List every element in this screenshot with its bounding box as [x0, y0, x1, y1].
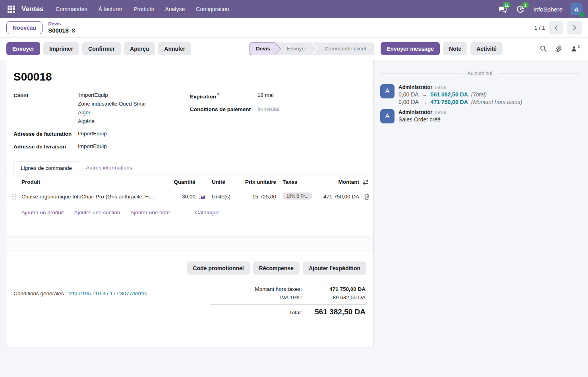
chevron-right-icon — [572, 25, 577, 31]
col-header-amount[interactable]: Montant — [315, 179, 360, 185]
tab-other-info[interactable]: Autres informations — [79, 161, 139, 175]
client-address-line: Alger — [78, 110, 146, 115]
company-name[interactable]: InfoSphere — [534, 6, 563, 13]
nav-item-produits[interactable]: Produits — [129, 4, 159, 15]
line-unit-price[interactable]: 15 725,00 — [242, 194, 278, 200]
line-tax-badge[interactable]: 19% B Pr... — [282, 192, 312, 200]
preview-button[interactable]: Aperçu — [124, 42, 155, 55]
nav-item-a-facturer[interactable]: À facturer — [93, 4, 127, 15]
date-divider: Aujourd'hui — [380, 71, 579, 76]
terms-label: Conditions générales : — [14, 290, 67, 296]
message-time: 09:06 — [435, 85, 446, 90]
empty-table-row — [6, 221, 373, 237]
tracking-old-value: 0,00 DA — [398, 91, 419, 98]
expiration-help-icon[interactable]: ? — [217, 92, 219, 97]
payment-terms-value[interactable]: Immédiat — [257, 106, 280, 112]
tracking-value-line: 0,00 DA → 471 750,00 DA (Montant hors ta… — [398, 99, 522, 105]
message-avatar: A — [380, 84, 395, 98]
row-drag-handle[interactable] — [6, 194, 21, 200]
new-button[interactable]: Nouveau — [6, 21, 43, 34]
send-message-button[interactable]: Envoyer message — [381, 42, 440, 55]
forecast-chart-icon[interactable] — [196, 194, 208, 199]
message-author: Administrator — [398, 109, 432, 115]
send-button[interactable]: Envoyer — [6, 42, 40, 55]
client-label: Client — [14, 92, 78, 124]
client-address-line: Algérie — [78, 118, 146, 124]
add-note-link[interactable]: Ajouter une note — [130, 210, 170, 215]
add-shipping-button[interactable]: Ajouter l'expédition — [303, 262, 366, 275]
nav-item-analyse[interactable]: Analyse — [160, 4, 190, 15]
total-label: Total: — [289, 310, 302, 315]
delete-line-icon[interactable] — [360, 194, 373, 200]
chatter-panel: Aujourd'hui A Administrator 09:06 0,00 D… — [374, 60, 588, 127]
col-header-taxes[interactable]: Taxes — [278, 179, 315, 185]
untaxed-amount-label: Montant hors taxes: — [255, 286, 302, 292]
apps-grid-icon — [8, 6, 15, 13]
nav-item-commandes[interactable]: Commandes — [51, 4, 92, 15]
untaxed-amount-value: 471 750,00 DA — [302, 286, 366, 292]
delivery-address-value[interactable]: ImportEquip — [78, 143, 107, 150]
order-line-row: Chaise ergonomique InfoChair Pro (Gris a… — [6, 189, 373, 204]
col-header-product[interactable]: Produit — [21, 179, 164, 185]
record-actions-gear-icon[interactable]: ⚙ — [71, 27, 76, 34]
add-product-link[interactable]: Ajouter un produit — [21, 210, 64, 215]
col-header-uom[interactable]: Unité — [208, 179, 242, 185]
promo-code-button[interactable]: Code promotionnel — [187, 262, 250, 275]
line-amount: 471 750,00 DA — [315, 194, 360, 200]
statusbar: Devis Envoyé Commande client — [250, 42, 374, 55]
followers-icon[interactable]: 1 — [571, 46, 580, 52]
order-line-actions: Ajouter un produit Ajouter une section A… — [6, 204, 373, 221]
pager-next-button[interactable] — [567, 21, 582, 35]
message-avatar: A — [380, 109, 395, 123]
control-panel-breadcrumb-row: Nouveau Devis S00018 ⚙ 1 / 1 — [0, 18, 588, 38]
search-messages-icon[interactable] — [540, 45, 547, 52]
expiration-label: Expiration — [190, 94, 216, 100]
invoice-address-value[interactable]: ImportEquip — [78, 131, 107, 137]
activities-count-badge: 1 — [522, 2, 529, 8]
col-header-quantity[interactable]: Quantité — [164, 179, 196, 185]
client-value[interactable]: ImportEquip — [78, 92, 146, 98]
payment-terms-label: Conditions de paiement — [190, 106, 257, 112]
breadcrumb-parent-devis[interactable]: Devis — [48, 21, 76, 27]
empty-table-footer-row — [6, 237, 373, 252]
log-note-button[interactable]: Note — [443, 42, 467, 55]
apps-menu-button[interactable] — [4, 2, 18, 16]
add-section-link[interactable]: Ajouter une section — [74, 210, 120, 215]
print-button[interactable]: Imprimer — [43, 42, 79, 55]
line-uom[interactable]: Unité(s) — [208, 194, 242, 200]
line-product-name[interactable]: Chaise ergonomique InfoChair Pro (Gris a… — [21, 194, 164, 200]
col-header-unit-price[interactable]: Prix unitaire — [242, 179, 278, 185]
app-name[interactable]: Ventes — [21, 5, 44, 13]
catalogue-link[interactable]: Catalogue — [195, 210, 220, 215]
chevron-left-icon — [554, 25, 559, 31]
totals-block: Montant hors taxes: 471 750,00 DA TVA 19… — [211, 281, 366, 317]
cancel-button[interactable]: Annuler — [158, 42, 191, 55]
quotation-title: S00018 — [14, 71, 366, 83]
tax-label: TVA 19%: — [279, 294, 302, 300]
status-step-devis[interactable]: Devis — [250, 42, 275, 55]
line-quantity[interactable]: 30,00 — [164, 194, 196, 200]
notebook-tabs: Lignes de commande Autres informations — [6, 161, 373, 175]
nav-item-configuration[interactable]: Configuration — [191, 4, 234, 15]
tracking-value-line: 0,00 DA → 561 382,50 DA (Total) — [398, 91, 522, 98]
client-address-line: Zone industrielle Oued Smar — [78, 101, 146, 107]
tracking-field-name: (Total) — [471, 91, 487, 98]
schedule-activity-button[interactable]: Activité — [470, 42, 503, 55]
followers-count: 1 — [578, 44, 580, 49]
tax-value: 89 632,50 DA — [302, 294, 366, 300]
user-menu[interactable]: A — [571, 3, 582, 15]
optional-columns-icon[interactable] — [360, 179, 373, 185]
messages-icon[interactable]: 11 — [497, 4, 507, 14]
terms-link[interactable]: http://195.110.35.177:8077/terms — [68, 290, 147, 296]
tracking-old-value: 0,00 DA — [398, 99, 419, 105]
attachments-icon[interactable] — [555, 45, 562, 52]
confirm-button[interactable]: Confirmer — [82, 42, 121, 55]
reward-button[interactable]: Récompense — [253, 262, 300, 275]
tab-order-lines[interactable]: Lignes de commande — [14, 161, 79, 175]
message-time: 09:06 — [435, 110, 446, 115]
activities-icon[interactable]: 1 — [515, 4, 526, 14]
delivery-address-label: Adresse de livraison — [14, 143, 78, 150]
pager-previous-button[interactable] — [549, 21, 563, 35]
status-step-commande-client[interactable]: Commande client — [313, 42, 374, 55]
expiration-value[interactable]: 18 mai — [257, 92, 274, 100]
